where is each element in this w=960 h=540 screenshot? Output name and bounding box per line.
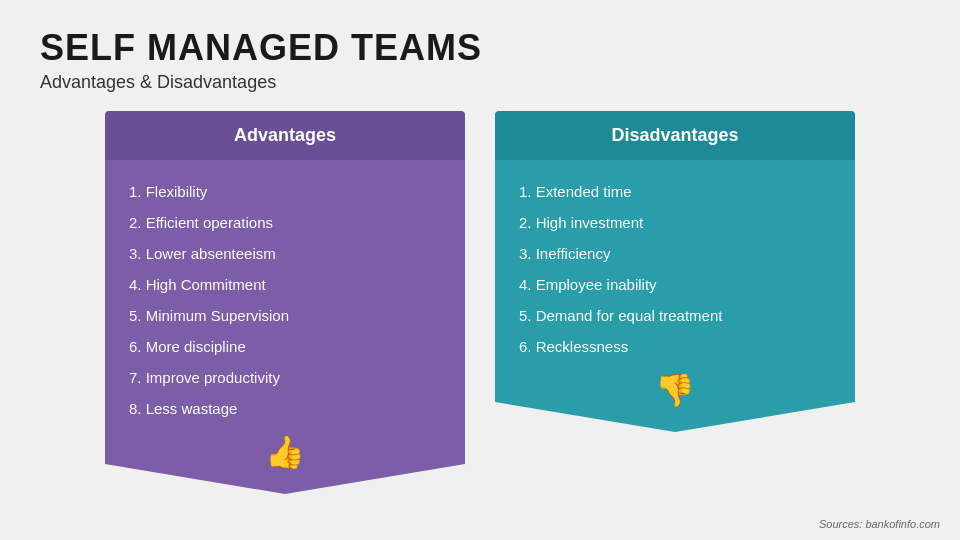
list-item: 2. High investment (519, 207, 831, 238)
list-item: 5. Minimum Supervision (129, 300, 441, 331)
list-item: 6. Recklessness (519, 331, 831, 362)
page-subtitle: Advantages & Disadvantages (40, 72, 920, 93)
thumbs-up-icon: 👍 (265, 436, 305, 468)
disadvantages-header: Disadvantages (495, 111, 855, 160)
disadvantages-body: 1. Extended time2. High investment3. Ine… (495, 160, 855, 362)
slide: SELF MANAGED TEAMS Advantages & Disadvan… (0, 0, 960, 540)
list-item: 7. Improve productivity (129, 362, 441, 393)
list-item: 6. More discipline (129, 331, 441, 362)
sources-text: Sources: bankofinfo.com (819, 518, 940, 530)
disadvantages-column: Disadvantages 1. Extended time2. High in… (495, 111, 855, 432)
advantages-column: Advantages 1. Flexibility2. Efficient op… (105, 111, 465, 494)
disadvantages-footer: 👎 (495, 362, 855, 432)
list-item: 8. Less wastage (129, 393, 441, 424)
list-item: 4. Employee inability (519, 269, 831, 300)
advantages-footer: 👍 (105, 424, 465, 494)
list-item: 4. High Commitment (129, 269, 441, 300)
disadvantages-list: 1. Extended time2. High investment3. Ine… (519, 176, 831, 362)
advantages-list: 1. Flexibility2. Efficient operations3. … (129, 176, 441, 424)
columns-container: Advantages 1. Flexibility2. Efficient op… (40, 111, 920, 520)
list-item: 3. Lower absenteeism (129, 238, 441, 269)
list-item: 1. Extended time (519, 176, 831, 207)
advantages-body: 1. Flexibility2. Efficient operations3. … (105, 160, 465, 424)
advantages-header: Advantages (105, 111, 465, 160)
list-item: 5. Demand for equal treatment (519, 300, 831, 331)
list-item: 2. Efficient operations (129, 207, 441, 238)
list-item: 3. Inefficiency (519, 238, 831, 269)
list-item: 1. Flexibility (129, 176, 441, 207)
disadvantages-box: Disadvantages 1. Extended time2. High in… (495, 111, 855, 362)
thumbs-down-icon: 👎 (655, 374, 695, 406)
advantages-box: Advantages 1. Flexibility2. Efficient op… (105, 111, 465, 424)
page-title: SELF MANAGED TEAMS (40, 28, 920, 68)
